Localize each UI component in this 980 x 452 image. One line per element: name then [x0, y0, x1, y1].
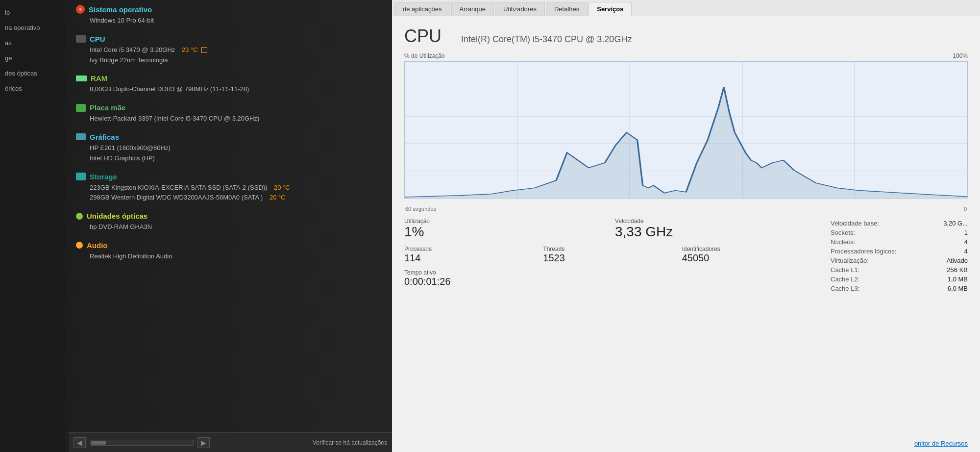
- identificadores-value: 45050: [682, 252, 816, 263]
- identificadores-block: Identificadores 45050: [682, 246, 816, 263]
- sidebar-item-ge[interactable]: ge: [0, 50, 66, 66]
- stat-key-0: Velocidade base:: [831, 220, 879, 227]
- cpu-header: CPU Intel(R) Core(TM) i5-3470 CPU @ 3.20…: [404, 26, 968, 47]
- cpu-main-title: CPU: [404, 26, 441, 47]
- sidebar-item-des-opticas[interactable]: des ópticas: [0, 66, 66, 81]
- threads-label: Threads: [543, 246, 677, 252]
- graphics-line1: HP E201 (1600x900@60Hz): [90, 144, 171, 151]
- graphics-icon: [76, 133, 86, 140]
- audio-radio: [76, 242, 83, 249]
- stats-left: Utilização 1% Velocidade 3,33 GHz Proces…: [404, 218, 816, 292]
- optical-title: Unidades ópticas: [87, 212, 147, 220]
- bottom-bar: ◀ ▶ Verificar se há actualizações: [69, 432, 392, 452]
- storage-temp1: 20 °C: [274, 184, 290, 191]
- section-cpu: CPU Intel Core i5 3470 @ 3.20GHz 23 °C I…: [76, 35, 385, 66]
- sidebar-item-io[interactable]: io: [0, 5, 66, 20]
- cpu-temp: 23 °C: [182, 46, 198, 53]
- graphics-line2: Intel HD Graphics (HP): [90, 154, 155, 162]
- threads-block: Threads 1523: [543, 246, 677, 263]
- stat-val-5: 256 KB: [947, 266, 968, 274]
- stat-row-7: Cache L3: 6,0 MB: [831, 285, 968, 292]
- sidebar-item-ericos[interactable]: éricos: [0, 81, 66, 96]
- stat-key-3: Processadores lógicos:: [831, 248, 896, 255]
- ram-icon: [76, 75, 87, 81]
- tab-servicos[interactable]: Serviços: [588, 2, 632, 16]
- utilizacao-block: Utilização 1%: [404, 218, 605, 240]
- graph-svg: [405, 62, 967, 198]
- section-audio: Audio Realtek High Definition Audio: [76, 241, 385, 262]
- velocidade-value: 3,33 GHz: [615, 225, 816, 240]
- storage-line1: 223GB Kingston KIOXIA-EXCERIA SATA SSD (…: [90, 184, 267, 191]
- cpu-line1: Intel Core i5 3470 @ 3.20GHz: [90, 46, 175, 53]
- usage-label-row: % de Utilização 100%: [404, 52, 968, 59]
- right-stats: Velocidade base: 3,20 G... Sockets: 1 Nú…: [831, 218, 968, 292]
- monitor-link[interactable]: onitor de Recursos: [914, 440, 968, 447]
- motherboard-icon: [76, 104, 86, 112]
- graphics-title: Gráficas: [90, 133, 119, 141]
- graph-time-labels: 60 segundos 0: [404, 206, 968, 212]
- graph-time-end: 0: [964, 206, 967, 212]
- stat-val-3: 4: [964, 248, 968, 255]
- processos-value: 114: [404, 252, 538, 263]
- tab-aplicacoes[interactable]: de aplicações: [394, 2, 450, 16]
- identificadores-label: Identificadores: [682, 246, 816, 252]
- section-ram: RAM 8,00GB Duplo-Channel DDR3 @ 798MHz (…: [76, 74, 385, 95]
- utilizacao-value: 1%: [404, 225, 605, 240]
- storage-title: Storage: [90, 173, 117, 181]
- left-content: Sistema operativo Windows 10 Pro 64-bit …: [69, 0, 392, 452]
- os-title: Sistema operativo: [89, 5, 152, 14]
- stat-val-7: 6,0 MB: [948, 285, 968, 292]
- monitor-bar: onitor de Recursos: [392, 442, 980, 452]
- stat-key-4: Virtualização:: [831, 257, 869, 264]
- processos-block: Processos 114: [404, 246, 538, 263]
- section-optical: Unidades ópticas hp DVD-RAM GHA3N: [76, 212, 385, 232]
- stats-section: Utilização 1% Velocidade 3,33 GHz Proces…: [404, 218, 968, 292]
- os-icon: [76, 5, 85, 14]
- optical-radio: [76, 213, 83, 220]
- stat-row-5: Cache L1: 256 KB: [831, 266, 968, 274]
- tab-utilizadores[interactable]: Utilizadores: [495, 2, 545, 16]
- svg-marker-9: [405, 87, 967, 198]
- stat-key-1: Sockets:: [831, 229, 855, 236]
- scrollbar[interactable]: [90, 440, 194, 446]
- storage-temp2: 20 °C: [270, 194, 286, 201]
- tabs-bar: de aplicações Arranque Utilizadores Deta…: [392, 0, 980, 16]
- optical-value: hp DVD-RAM GHA3N: [90, 222, 385, 232]
- sidebar-item-as[interactable]: as: [0, 35, 66, 50]
- sidebar-strip: io na operativo as ge des ópticas éricos: [0, 0, 66, 452]
- stat-row-4: Virtualização: Ativado: [831, 257, 968, 264]
- right-panel: de aplicações Arranque Utilizadores Deta…: [392, 0, 980, 452]
- cpu-icon: [76, 35, 86, 43]
- stat-row-2: Núcleos: 4: [831, 238, 968, 246]
- cpu-graph: [404, 61, 968, 199]
- sidebar-item-na-operativo[interactable]: na operativo: [0, 20, 66, 35]
- stat-val-4: Ativado: [947, 257, 968, 264]
- tab-detalhes[interactable]: Detalhes: [546, 2, 588, 16]
- scroll-right[interactable]: ▶: [197, 437, 210, 448]
- cpu-temp-box: [201, 47, 207, 53]
- update-button[interactable]: Verificar se há actualizações: [313, 439, 387, 446]
- scroll-thumb: [91, 441, 106, 445]
- usage-pct: 100%: [953, 52, 968, 59]
- audio-title: Audio: [87, 241, 108, 250]
- storage-icon: [76, 173, 86, 180]
- cpu-line2: Ivy Bridge 22nm Tecnologia: [90, 56, 168, 64]
- stat-val-6: 1,0 MB: [948, 276, 968, 283]
- section-os: Sistema operativo Windows 10 Pro 64-bit: [76, 5, 385, 26]
- stat-key-5: Cache L1:: [831, 266, 859, 274]
- section-motherboard: Placa mãe Hewlett-Packard 3397 (Intel Co…: [76, 103, 385, 124]
- tempo-value: 0:00:01:26: [404, 276, 816, 287]
- stat-row-6: Cache L2: 1,0 MB: [831, 276, 968, 283]
- stat-row-0: Velocidade base: 3,20 G...: [831, 220, 968, 227]
- os-value: Windows 10 Pro 64-bit: [90, 16, 385, 26]
- tempo-label: Tempo ativo: [404, 269, 816, 276]
- stat-val-2: 4: [964, 238, 968, 246]
- scroll-left[interactable]: ◀: [74, 437, 86, 448]
- tempo-block: Tempo ativo 0:00:01:26: [404, 269, 816, 287]
- section-storage: Storage 223GB Kingston KIOXIA-EXCERIA SA…: [76, 173, 385, 203]
- left-panel: io na operativo as ge des ópticas éricos…: [0, 0, 392, 452]
- motherboard-value: Hewlett-Packard 3397 (Intel Core i5-3470…: [90, 114, 385, 124]
- audio-value: Realtek High Definition Audio: [90, 251, 385, 262]
- motherboard-title: Placa mãe: [90, 103, 125, 112]
- tab-arranque[interactable]: Arranque: [451, 2, 494, 16]
